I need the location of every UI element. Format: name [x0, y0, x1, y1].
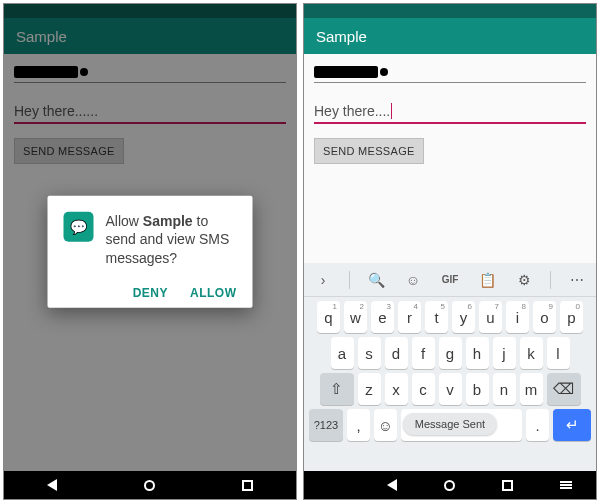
keyboard-row-3: ⇧zxcvbnm⌫	[304, 369, 596, 405]
key-d[interactable]: d	[385, 337, 408, 369]
right-screenshot: Sample Hey there.... SEND MESSAGE › 🔍 ☺ …	[303, 3, 597, 500]
status-bar	[304, 4, 596, 18]
keyboard-toggle-icon[interactable]	[560, 481, 572, 489]
home-button-icon[interactable]	[444, 480, 455, 491]
key-v[interactable]: v	[439, 373, 462, 405]
key-y[interactable]: y6	[452, 301, 475, 333]
chevron-right-icon[interactable]: ›	[312, 272, 334, 288]
text-cursor	[391, 103, 392, 119]
deny-button[interactable]: DENY	[133, 286, 168, 300]
permission-dialog: 💬 Allow Sample to send and view SMS mess…	[48, 195, 253, 308]
toast-message: Message Sent	[403, 413, 497, 435]
key-f[interactable]: f	[412, 337, 435, 369]
back-button-icon[interactable]	[47, 479, 57, 491]
back-button-icon[interactable]	[387, 479, 397, 491]
key-h[interactable]: h	[466, 337, 489, 369]
message-text: Hey there....	[314, 103, 390, 119]
comma-key[interactable]: ,	[347, 409, 370, 441]
search-icon[interactable]: 🔍	[365, 272, 387, 288]
key-a[interactable]: a	[331, 337, 354, 369]
emoji-key[interactable]: ☺	[374, 409, 397, 441]
message-field[interactable]: Hey there....	[314, 103, 586, 124]
key-x[interactable]: x	[385, 373, 408, 405]
recent-apps-button-icon[interactable]	[242, 480, 253, 491]
key-e[interactable]: e3	[371, 301, 394, 333]
key-k[interactable]: k	[520, 337, 543, 369]
separator	[550, 271, 551, 289]
key-u[interactable]: u7	[479, 301, 502, 333]
screen-content: Hey there.... SEND MESSAGE	[304, 54, 596, 172]
key-n[interactable]: n	[493, 373, 516, 405]
sticker-icon[interactable]: ☺	[402, 272, 424, 288]
phone-field-underline	[314, 82, 586, 83]
key-j[interactable]: j	[493, 337, 516, 369]
more-icon[interactable]: ⋯	[566, 272, 588, 288]
key-s[interactable]: s	[358, 337, 381, 369]
backspace-key[interactable]: ⌫	[547, 373, 581, 405]
toast-text: Message Sent	[415, 418, 485, 430]
separator	[349, 271, 350, 289]
app-title: Sample	[316, 28, 367, 45]
enter-key[interactable]: ↵	[553, 409, 591, 441]
symbols-key[interactable]: ?123	[309, 409, 343, 441]
key-l[interactable]: l	[547, 337, 570, 369]
key-b[interactable]: b	[466, 373, 489, 405]
app-bar: Sample	[304, 18, 596, 54]
period-key[interactable]: .	[526, 409, 549, 441]
shift-key[interactable]: ⇧	[320, 373, 354, 405]
key-w[interactable]: w2	[344, 301, 367, 333]
clipboard-icon[interactable]: 📋	[476, 272, 498, 288]
key-c[interactable]: c	[412, 373, 435, 405]
navigation-bar	[4, 471, 296, 499]
recent-apps-button-icon[interactable]	[502, 480, 513, 491]
soft-keyboard: › 🔍 ☺ GIF 📋 ⚙ ⋯ q1w2e3r4t5y6u7i8o9p0 asd…	[304, 263, 596, 471]
navigation-bar	[304, 471, 596, 499]
left-screenshot: Sample Hey there...... SEND MESSAGE 💬 Al…	[3, 3, 297, 500]
send-button-label: SEND MESSAGE	[323, 145, 415, 157]
keyboard-row-1: q1w2e3r4t5y6u7i8o9p0	[304, 297, 596, 333]
keyboard-suggestion-bar: › 🔍 ☺ GIF 📋 ⚙ ⋯	[304, 263, 596, 297]
key-z[interactable]: z	[358, 373, 381, 405]
allow-button[interactable]: ALLOW	[190, 286, 237, 300]
permission-dialog-text: Allow Sample to send and view SMS messag…	[106, 211, 237, 268]
key-t[interactable]: t5	[425, 301, 448, 333]
dialog-app-name: Sample	[143, 212, 193, 228]
key-r[interactable]: r4	[398, 301, 421, 333]
keyboard-row-2: asdfghjkl	[304, 333, 596, 369]
gif-icon[interactable]: GIF	[439, 274, 461, 285]
send-message-button[interactable]: SEND MESSAGE	[314, 138, 424, 164]
phone-number-field-redacted[interactable]	[314, 66, 378, 78]
key-p[interactable]: p0	[560, 301, 583, 333]
key-g[interactable]: g	[439, 337, 462, 369]
key-m[interactable]: m	[520, 373, 543, 405]
key-i[interactable]: i8	[506, 301, 529, 333]
settings-icon[interactable]: ⚙	[513, 272, 535, 288]
home-button-icon[interactable]	[144, 480, 155, 491]
key-o[interactable]: o9	[533, 301, 556, 333]
key-q[interactable]: q1	[317, 301, 340, 333]
sms-icon: 💬	[64, 211, 94, 241]
dialog-text-pre: Allow	[106, 212, 143, 228]
